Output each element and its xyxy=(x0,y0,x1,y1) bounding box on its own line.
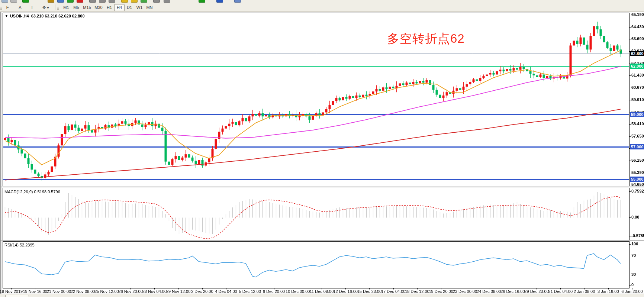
date-axis-label: 26 Dec 16:00 xyxy=(500,289,525,294)
date-axis-label: 2 Dec 20:00 xyxy=(191,289,213,294)
level-price-tag[interactable]: 55.000 xyxy=(630,177,644,182)
new-order-icon[interactable] xyxy=(22,0,29,3)
toolbar-drag-handle[interactable] xyxy=(57,5,59,10)
pencil2-tool-icon[interactable] xyxy=(131,0,138,3)
date-axis-label: 24 Dec 08:00 xyxy=(477,289,501,294)
autotrade-icon[interactable] xyxy=(57,0,64,3)
price-axis-label: 57.650 xyxy=(631,134,644,138)
chart-ohlc-values: 63.210 63.210 62.620 62.800 xyxy=(31,14,85,18)
date-axis-label: 4 Dec 04:00 xyxy=(215,289,237,294)
price-axis-label: 64.430 xyxy=(631,25,644,29)
price-axis-label: 59.910 xyxy=(631,97,644,102)
level-price-tag[interactable]: 57.000 xyxy=(630,144,644,149)
date-axis-label: 21 Nov 00:00 xyxy=(47,289,71,294)
date-axis-label: 5 Dec 12:00 xyxy=(239,289,261,294)
timeframe-mn-button[interactable]: MN xyxy=(144,4,155,11)
chart-symbol-period: USOil-,H4 xyxy=(10,14,29,18)
price-axis-label: 54.650 xyxy=(631,182,644,187)
timeframe-m1-button[interactable]: M1 xyxy=(61,4,71,11)
toolbar-timeframe-row: FAT✥ ▾M1M5M15M30H1H4D1W1MN xyxy=(0,3,644,12)
date-axis-label: 11 Dec 08:00 xyxy=(310,289,334,294)
price-axis-label: 63.690 xyxy=(631,36,644,41)
date-axis-label: 2 Jan 08:00 xyxy=(574,289,595,294)
timeframe-m30-button[interactable]: M30 xyxy=(93,4,104,11)
date-axis-label: 19 Nov 16:00 xyxy=(23,289,47,294)
tool-a-button[interactable]: A xyxy=(15,4,25,11)
rsi-axis-label: 30 xyxy=(631,272,636,277)
tool-f-button[interactable]: F xyxy=(2,4,13,11)
crosshair-tool-icon[interactable] xyxy=(153,0,160,3)
date-axis-label: 25 Nov 12:00 xyxy=(94,289,119,294)
chart-title-caret-icon[interactable]: ▼ xyxy=(5,14,8,18)
chart-text-annotation: 多空转折点62 xyxy=(387,30,465,47)
timeframe-m15-button[interactable]: M15 xyxy=(81,4,93,11)
level-price-tag[interactable]: 59.000 xyxy=(630,112,644,117)
hline-tool-icon[interactable] xyxy=(89,0,96,3)
current-price-tag: 62.800 xyxy=(630,51,644,56)
chart-window-icon[interactable] xyxy=(1,0,8,3)
price-chart-canvas[interactable] xyxy=(0,12,644,297)
price-axis-label: 60.670 xyxy=(631,85,644,90)
macd-axis-label: -0.5785 xyxy=(631,233,644,238)
period-icon[interactable] xyxy=(216,0,223,3)
toolbar-drag-handle[interactable] xyxy=(0,5,2,10)
toolbar-icons-group xyxy=(0,0,248,3)
price-axis-label: 61.430 xyxy=(631,73,644,77)
date-axis-label: 28 Nov 04:00 xyxy=(142,289,167,294)
date-axis-label: 3 Jan 16:00 xyxy=(598,289,619,294)
refresh-icon[interactable] xyxy=(67,0,74,3)
template-icon[interactable] xyxy=(234,0,241,3)
date-axis-label: 29 Nov 12:00 xyxy=(166,289,190,294)
timeframe-h4-button[interactable]: H4 xyxy=(114,4,125,11)
chart-tab-usoil[interactable] xyxy=(5,295,29,297)
tool--button[interactable]: ✥ ▾ xyxy=(39,4,53,11)
indicators-icon[interactable] xyxy=(141,0,147,3)
price-axis-label: 56.150 xyxy=(631,158,644,162)
pencil-tool-icon[interactable] xyxy=(121,0,128,3)
price-axis-label: 65.190 xyxy=(631,12,644,17)
rsi-indicator-label: RSI(14) 52.2395 xyxy=(4,243,35,247)
rsi-axis-label: 100 xyxy=(631,242,638,246)
macd-indicator-label: MACD(12,26,9) 0.5198 0.5796 xyxy=(4,190,60,194)
date-axis-label: 19 Dec 20:00 xyxy=(429,289,453,294)
date-axis-label: 18 Dec 12:00 xyxy=(405,289,429,294)
tool-t-button[interactable]: T xyxy=(27,4,37,11)
trendline-tool-icon[interactable] xyxy=(109,0,115,3)
date-axis-label: 22 Nov 08:00 xyxy=(71,289,95,294)
rsi-axis-label: 0 xyxy=(631,283,634,287)
vline-tool-icon[interactable] xyxy=(99,0,106,3)
date-axis-label: 18 Nov 2019 xyxy=(0,289,23,294)
chart-tab-bar xyxy=(0,294,644,297)
chart-area: ▼USOil-,H4 63.210 63.210 62.620 62.800 多… xyxy=(0,12,644,297)
window-left-border-inner xyxy=(1,12,1,297)
date-axis-label: 6 Jan 20:00 xyxy=(621,289,643,294)
toolbar-separator xyxy=(55,4,55,10)
add-indicator-icon[interactable] xyxy=(199,0,205,3)
macd-axis-label: 0.7592 xyxy=(631,189,644,193)
date-axis-label: 31 Dec 04:00 xyxy=(548,289,573,294)
timeframe-m5-button[interactable]: M5 xyxy=(71,4,81,11)
app-icon[interactable] xyxy=(48,0,54,3)
stop-icon[interactable] xyxy=(77,0,83,3)
trading-platform-window: FAT✥ ▾M1M5M15M30H1H4D1W1MN ▼USOil-,H4 63… xyxy=(0,0,644,297)
date-axis-label: 23 Dec 00:00 xyxy=(453,289,477,294)
chart-title: ▼USOil-,H4 63.210 63.210 62.620 62.800 xyxy=(4,14,85,18)
date-axis-label: 26 Nov 20:00 xyxy=(118,289,142,294)
date-axis-label: 15 Dec 23:00 xyxy=(357,289,381,294)
date-axis-label: 10 Dec 00:00 xyxy=(286,289,310,294)
timeframe-h1-button[interactable]: H1 xyxy=(104,4,115,11)
zoom-icon[interactable] xyxy=(10,0,17,3)
toolbar-separator xyxy=(156,4,156,10)
price-axis-label: 55.390 xyxy=(631,170,644,175)
date-axis-label: 17 Dec 04:00 xyxy=(381,289,405,294)
timeframe-d1-button[interactable]: D1 xyxy=(124,4,135,11)
price-axis-label: 58.410 xyxy=(631,122,644,126)
date-axis-label: 6 Dec 20:00 xyxy=(263,289,285,294)
date-axis-label: 29 Dec 23:00 xyxy=(524,289,548,294)
timeframe-w1-button[interactable]: W1 xyxy=(134,4,145,11)
ruler-tool-icon[interactable] xyxy=(164,0,170,3)
date-axis-label: 12 Dec 16:00 xyxy=(334,289,358,294)
rsi-axis-label: 70 xyxy=(631,253,636,258)
level-price-tag[interactable]: 62.000 xyxy=(630,64,644,69)
window-left-border xyxy=(0,12,1,297)
